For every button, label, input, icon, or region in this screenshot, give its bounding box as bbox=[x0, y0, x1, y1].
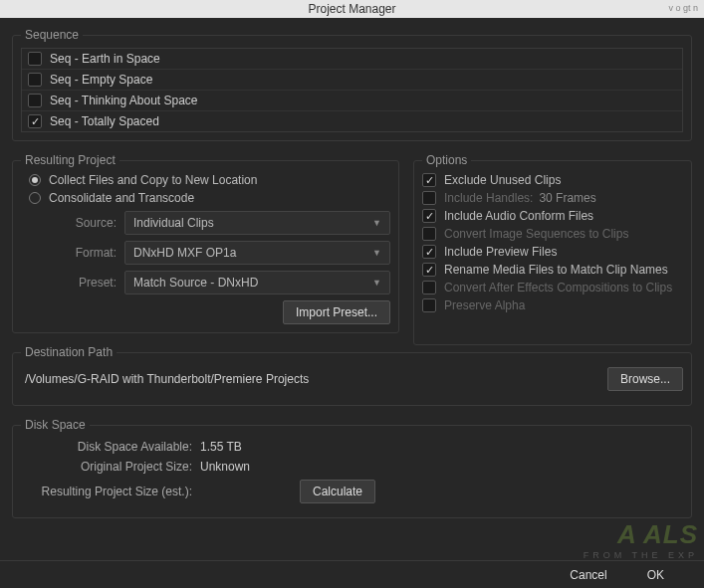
checkbox-icon[interactable] bbox=[28, 73, 42, 87]
disk-legend: Disk Space bbox=[21, 418, 90, 432]
radio-label: Collect Files and Copy to New Location bbox=[49, 173, 257, 187]
radio-icon[interactable] bbox=[29, 192, 41, 204]
destination-path: /Volumes/G-RAID with Thunderbolt/Premier… bbox=[21, 372, 593, 386]
sequence-legend: Sequence bbox=[21, 28, 83, 42]
caret-down-icon: ▼ bbox=[372, 248, 381, 258]
checkbox-icon bbox=[422, 227, 436, 241]
opt-include-handles: Include Handles: 30 Frames bbox=[422, 191, 683, 205]
opt-label: Rename Media Files to Match Clip Names bbox=[444, 263, 668, 277]
opt-exclude-unused[interactable]: Exclude Unused Clips bbox=[422, 173, 683, 187]
opt-label: Include Audio Conform Files bbox=[444, 209, 593, 223]
dropdown-value: Match Source - DNxHD bbox=[133, 276, 258, 290]
sequence-group: Sequence Seq - Earth in Space Seq - Empt… bbox=[12, 28, 692, 141]
sequence-row[interactable]: Seq - Empty Space bbox=[22, 70, 682, 91]
caret-down-icon: ▼ bbox=[372, 218, 381, 228]
dialog-content: Sequence Seq - Earth in Space Seq - Empt… bbox=[0, 18, 704, 560]
window-titlebar: Project Manager bbox=[0, 0, 704, 18]
caret-down-icon: ▼ bbox=[372, 278, 381, 288]
opt-label: Exclude Unused Clips bbox=[444, 173, 561, 187]
opt-convert-ae: Convert After Effects Compositions to Cl… bbox=[422, 281, 683, 294]
disk-original-value: Unknown bbox=[200, 460, 250, 474]
sequence-label: Seq - Earth in Space bbox=[50, 52, 160, 66]
corner-text: v o gt n bbox=[662, 0, 704, 16]
disk-space-group: Disk Space Disk Space Available: 1.55 TB… bbox=[12, 418, 692, 518]
format-dropdown[interactable]: DNxHD MXF OP1a ▼ bbox=[124, 241, 390, 265]
opt-label: Convert After Effects Compositions to Cl… bbox=[444, 281, 672, 294]
opt-label: Convert Image Sequences to Clips bbox=[444, 227, 628, 241]
handles-value: 30 Frames bbox=[539, 191, 595, 205]
checkbox-icon[interactable] bbox=[422, 173, 436, 187]
sequence-list: Seq - Earth in Space Seq - Empty Space S… bbox=[21, 48, 683, 132]
opt-audio-conform[interactable]: Include Audio Conform Files bbox=[422, 209, 683, 223]
checkbox-icon bbox=[422, 298, 436, 312]
import-preset-button[interactable]: Import Preset... bbox=[283, 300, 390, 324]
destination-legend: Destination Path bbox=[21, 345, 117, 359]
opt-convert-image-seq: Convert Image Sequences to Clips bbox=[422, 227, 683, 241]
disk-available-label: Disk Space Available: bbox=[21, 440, 200, 454]
radio-consolidate[interactable]: Consolidate and Transcode bbox=[29, 191, 390, 205]
dialog-footer: Cancel OK bbox=[0, 560, 704, 588]
disk-original-label: Original Project Size: bbox=[21, 460, 200, 474]
sequence-row[interactable]: Seq - Earth in Space bbox=[22, 49, 682, 70]
opt-label: Preserve Alpha bbox=[444, 298, 525, 312]
opt-preserve-alpha: Preserve Alpha bbox=[422, 298, 683, 312]
checkbox-icon[interactable] bbox=[28, 52, 42, 66]
checkbox-icon bbox=[422, 191, 436, 205]
calculate-button[interactable]: Calculate bbox=[300, 480, 375, 503]
sequence-label: Seq - Totally Spaced bbox=[50, 114, 159, 128]
opt-rename-media[interactable]: Rename Media Files to Match Clip Names bbox=[422, 263, 683, 277]
browse-button[interactable]: Browse... bbox=[607, 367, 683, 391]
radio-label: Consolidate and Transcode bbox=[49, 191, 194, 205]
preset-label: Preset: bbox=[37, 276, 117, 290]
sequence-label: Seq - Empty Space bbox=[50, 73, 152, 87]
resulting-legend: Resulting Project bbox=[21, 153, 119, 167]
radio-icon[interactable] bbox=[29, 174, 41, 186]
dropdown-value: DNxHD MXF OP1a bbox=[133, 246, 236, 260]
checkbox-icon[interactable] bbox=[422, 209, 436, 223]
window-title: Project Manager bbox=[308, 2, 395, 16]
checkbox-icon[interactable] bbox=[422, 245, 436, 259]
resulting-project-group: Resulting Project Collect Files and Copy… bbox=[12, 153, 399, 333]
dropdown-value: Individual Clips bbox=[133, 216, 214, 230]
ok-button[interactable]: OK bbox=[647, 568, 674, 582]
checkbox-icon[interactable] bbox=[28, 94, 42, 107]
source-dropdown[interactable]: Individual Clips ▼ bbox=[124, 211, 390, 235]
cancel-button[interactable]: Cancel bbox=[570, 568, 606, 582]
radio-collect[interactable]: Collect Files and Copy to New Location bbox=[29, 173, 390, 187]
disk-resulting-label: Resulting Project Size (est.): bbox=[21, 485, 200, 498]
preset-dropdown[interactable]: Match Source - DNxHD ▼ bbox=[124, 271, 390, 294]
source-label: Source: bbox=[37, 216, 117, 230]
opt-include-preview[interactable]: Include Preview Files bbox=[422, 245, 683, 259]
opt-label: Include Handles: bbox=[444, 191, 533, 205]
checkbox-icon bbox=[422, 281, 436, 294]
sequence-row[interactable]: Seq - Thinking About Space bbox=[22, 91, 682, 111]
sequence-row[interactable]: Seq - Totally Spaced bbox=[22, 111, 682, 131]
sequence-label: Seq - Thinking About Space bbox=[50, 94, 198, 107]
checkbox-icon[interactable] bbox=[422, 263, 436, 277]
destination-group: Destination Path /Volumes/G-RAID with Th… bbox=[12, 345, 692, 406]
options-legend: Options bbox=[422, 153, 471, 167]
format-label: Format: bbox=[37, 246, 117, 260]
options-group: Options Exclude Unused Clips Include Han… bbox=[413, 153, 692, 345]
disk-available-value: 1.55 TB bbox=[200, 440, 242, 454]
checkbox-icon[interactable] bbox=[28, 114, 42, 128]
opt-label: Include Preview Files bbox=[444, 245, 557, 259]
